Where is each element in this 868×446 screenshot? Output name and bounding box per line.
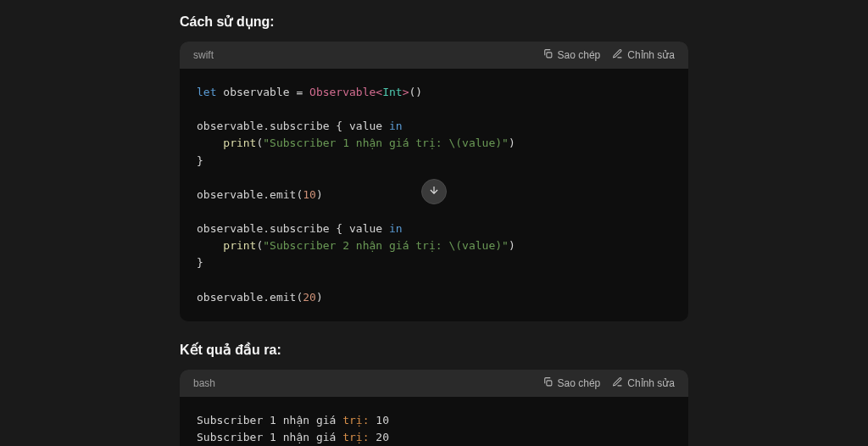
code-token: 10 [370,414,389,426]
code-lang-label: bash [193,377,215,389]
code-token: 20 [370,431,389,443]
code-token: observable.subscribe { value [197,222,389,235]
code-token: Observable [309,86,376,98]
code-token: trị: [342,414,369,426]
code-token: observable.subscribe { value [197,120,389,132]
code-token: 20 [303,291,316,304]
code-token: print [223,239,256,252]
copy-label: Sao chép [558,49,601,61]
svg-rect-0 [546,53,551,58]
edit-label: Chỉnh sửa [627,49,675,61]
code-token: observable.emit( [197,188,303,201]
code-token: ) [316,188,323,201]
code-token: () [409,86,422,98]
copy-icon [542,376,554,390]
edit-label: Chỉnh sửa [627,377,675,389]
copy-label: Sao chép [558,377,601,389]
code-token: in [389,120,403,132]
code-token: 10 [303,188,316,201]
code-token: print [223,137,256,149]
code-block-bash: bash Sao chép Chỉnh sửa Subscriber 1 nhậ… [180,370,688,446]
output-heading: Kết quả đầu ra: [180,342,688,358]
code-token: ) [509,137,515,149]
code-token: observable.emit( [197,291,303,304]
code-token: } [197,256,203,269]
copy-button[interactable]: Sao chép [542,376,601,390]
edit-button[interactable]: Chỉnh sửa [612,48,675,62]
edit-icon [612,48,623,62]
scroll-down-button[interactable] [421,179,447,204]
edit-button[interactable]: Chỉnh sửa [612,376,675,390]
code-token: ) [509,239,515,252]
arrow-down-icon [428,184,440,199]
code-token: Int [382,86,402,98]
code-token: Subscriber 1 nhận giá [197,414,342,426]
code-token: in [389,222,403,235]
code-token: trị: [342,431,369,443]
code-token: observable = [216,86,309,98]
code-content-bash: Subscriber 1 nhận giá trị: 10 Subscriber… [180,397,688,446]
code-token: Subscriber 1 nhận giá [197,431,342,443]
edit-icon [612,376,623,390]
code-token: < [376,86,382,98]
code-header: bash Sao chép Chỉnh sửa [180,370,688,397]
code-token: "Subscriber 1 nhận giá trị: \(value)" [263,137,509,149]
code-header: swift Sao chép Chỉnh sửa [180,42,688,69]
usage-heading: Cách sử dụng: [180,14,688,30]
copy-icon [542,48,554,62]
code-token: } [197,154,203,167]
code-lang-label: swift [193,49,214,61]
code-token: let [197,86,216,98]
copy-button[interactable]: Sao chép [542,48,601,62]
code-token: "Subscriber 2 nhận giá trị: \(value)" [263,239,509,252]
code-token: ) [316,291,323,304]
svg-rect-1 [546,381,551,386]
